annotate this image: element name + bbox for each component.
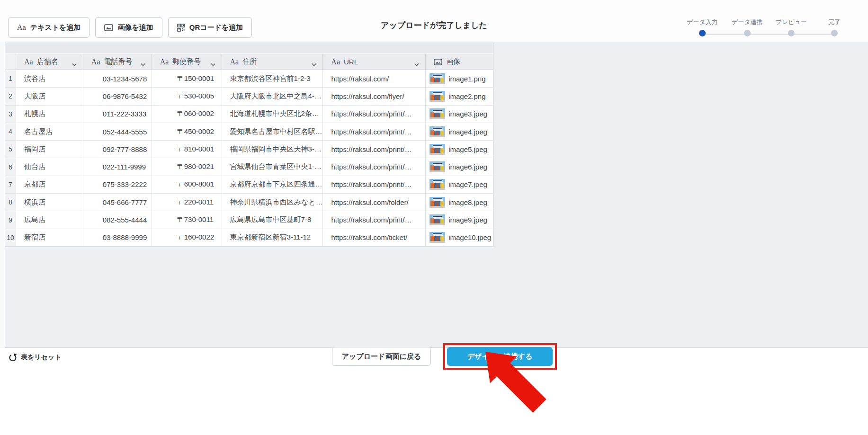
column-header-address[interactable]: Aa 住所 [222, 54, 323, 70]
cell-phone[interactable]: 092-777-8888 [83, 141, 152, 158]
cell-image[interactable]: image5.jpeg [426, 141, 493, 158]
chevron-down-icon[interactable] [210, 60, 216, 68]
cell-url[interactable]: https://raksul.com/folder/ [323, 194, 426, 211]
cell-image[interactable]: image10.jpeg [426, 229, 493, 247]
cell-phone[interactable]: 075-333-2222 [83, 176, 152, 194]
cell-zip[interactable]: 〒530-0005 [152, 88, 222, 105]
store-photo-thumbnail [430, 214, 445, 225]
cell-url[interactable]: https://raksul.com/print/… [323, 158, 426, 176]
column-header-phone[interactable]: Aa 電話番号 [83, 54, 152, 70]
cell-phone[interactable]: 022-111-9999 [83, 158, 152, 176]
cell-image[interactable]: image3.jpeg [426, 106, 493, 123]
cell-address[interactable]: 京都府京都市下京区四条通… [222, 176, 323, 194]
cell-zip[interactable]: 〒730-0011 [152, 211, 222, 229]
stepper-step-dot [699, 30, 706, 36]
stepper-step-label: プレビュー [776, 18, 807, 27]
cell-url[interactable]: https://raksul.com/print/… [323, 123, 426, 141]
cell-phone[interactable]: 03-1234-5678 [83, 70, 152, 88]
cell-phone[interactable]: 082-555-4444 [83, 211, 152, 229]
image-filename: image7.jpeg [448, 180, 487, 188]
chevron-down-icon[interactable] [72, 60, 77, 68]
image-icon [434, 59, 442, 65]
text-type-aa-icon: Aa [230, 58, 239, 66]
column-label: URL [344, 58, 358, 66]
cell-phone[interactable]: 052-444-5555 [83, 123, 152, 141]
table-body: 1 渋谷店 03-1234-5678 〒150-0001 東京都渋谷区神宮前1-… [5, 70, 493, 247]
left-edge-strip [0, 42, 5, 348]
cell-phone[interactable]: 045-666-7777 [83, 194, 152, 211]
cell-url[interactable]: https://raksul.com/print/… [323, 211, 426, 229]
back-to-upload-button[interactable]: アップロード画面に戻る [332, 347, 431, 366]
cell-store-name[interactable]: 福岡店 [16, 141, 83, 158]
column-label: 店舗名 [37, 57, 58, 66]
store-photo-thumbnail [430, 126, 445, 137]
stepper-step-dot [744, 30, 751, 36]
image-filename: image2.png [448, 92, 485, 100]
reset-table-button[interactable]: 表をリセット [9, 353, 62, 362]
column-header-zip[interactable]: Aa 郵便番号 [152, 54, 222, 70]
cell-image[interactable]: image2.png [426, 88, 493, 105]
table-row: 5 福岡店 092-777-8888 〒810-0001 福岡県福岡市中央区天神… [5, 141, 493, 158]
stepper-step-label: 完了 [828, 18, 841, 27]
cell-image[interactable]: image8.jpeg [426, 194, 493, 211]
row-number: 9 [5, 211, 16, 229]
table-row: 4 名古屋店 052-444-5555 〒450-0002 愛知県名古屋市中村区… [5, 123, 493, 141]
cell-store-name[interactable]: 仙台店 [16, 158, 83, 176]
column-header-image[interactable]: 画像 [426, 54, 493, 70]
cell-url[interactable]: https://raksul.com/print/… [323, 141, 426, 158]
cell-zip[interactable]: 〒450-0002 [152, 123, 222, 141]
cell-phone[interactable]: 06-9876-5432 [83, 88, 152, 105]
cell-store-name[interactable]: 広島店 [16, 211, 83, 229]
cell-address[interactable]: 宮城県仙台市青葉区中央1-… [222, 158, 323, 176]
cell-url[interactable]: https://raksul.com/print/… [323, 106, 426, 123]
cell-address[interactable]: 東京都渋谷区神宮前1-2-3 [222, 70, 323, 88]
row-number: 2 [5, 88, 16, 105]
cell-image[interactable]: image7.jpeg [426, 176, 493, 194]
cell-store-name[interactable]: 大阪店 [16, 88, 83, 105]
cell-zip[interactable]: 〒810-0001 [152, 141, 222, 158]
cell-zip[interactable]: 〒060-0002 [152, 106, 222, 123]
column-header-store[interactable]: Aa 店舗名 [16, 54, 83, 70]
column-header-url[interactable]: Aa URL [323, 54, 426, 70]
cell-store-name[interactable]: 京都店 [16, 176, 83, 194]
cell-url[interactable]: https://raksul.com/print/… [323, 176, 426, 194]
spreadsheet: Aa 店舗名 Aa 電話番号 Aa 郵便番号 Aa 住所 Aa URL [5, 42, 493, 247]
cell-zip[interactable]: 〒220-0011 [152, 194, 222, 211]
cell-url[interactable]: https://raksul.com/ticket/ [323, 229, 426, 247]
cell-url[interactable]: https://raksul.com/ [323, 70, 426, 88]
cell-store-name[interactable]: 名古屋店 [16, 123, 83, 141]
row-number: 8 [5, 194, 16, 211]
chevron-down-icon[interactable] [414, 60, 420, 68]
cell-store-name[interactable]: 横浜店 [16, 194, 83, 211]
row-number: 6 [5, 158, 16, 176]
cell-zip[interactable]: 〒150-0001 [152, 70, 222, 88]
cell-address[interactable]: 大阪府大阪市北区中之島4-… [222, 88, 323, 105]
link-to-design-button[interactable]: デザインと連携する [447, 347, 553, 366]
cell-image[interactable]: image9.jpeg [426, 211, 493, 229]
cell-address[interactable]: 愛知県名古屋市中村区名駅… [222, 123, 323, 141]
cell-store-name[interactable]: 札幌店 [16, 106, 83, 123]
table-header-row: Aa 店舗名 Aa 電話番号 Aa 郵便番号 Aa 住所 Aa URL [5, 54, 493, 70]
stepper-step-label: データ入力 [687, 18, 718, 27]
cell-phone[interactable]: 03-8888-9999 [83, 229, 152, 247]
cell-store-name[interactable]: 新宿店 [16, 229, 83, 247]
cell-image[interactable]: image6.jpeg [426, 158, 493, 176]
cell-address[interactable]: 広島県広島市中区基町7-8 [222, 211, 323, 229]
cell-url[interactable]: https://raksul.com/flyer/ [323, 88, 426, 105]
store-photo-thumbnail [430, 232, 445, 243]
text-type-aa-icon: Aa [24, 58, 33, 66]
chevron-down-icon[interactable] [140, 60, 146, 68]
cell-address[interactable]: 福岡県福岡市中央区天神3-… [222, 141, 323, 158]
cell-zip[interactable]: 〒980-0021 [152, 158, 222, 176]
cell-address[interactable]: 北海道札幌市中央区北2条… [222, 106, 323, 123]
image-filename: image8.jpeg [448, 198, 487, 206]
cell-address[interactable]: 東京都新宿区新宿3-11-12 [222, 229, 323, 247]
cell-zip[interactable]: 〒600-8001 [152, 176, 222, 194]
cell-image[interactable]: image1.png [426, 70, 493, 88]
cell-zip[interactable]: 〒160-0022 [152, 229, 222, 247]
cell-phone[interactable]: 011-222-3333 [83, 106, 152, 123]
chevron-down-icon[interactable] [311, 60, 317, 68]
cell-store-name[interactable]: 渋谷店 [16, 70, 83, 88]
cell-image[interactable]: image4.jpeg [426, 123, 493, 141]
cell-address[interactable]: 神奈川県横浜市西区みなと… [222, 194, 323, 211]
